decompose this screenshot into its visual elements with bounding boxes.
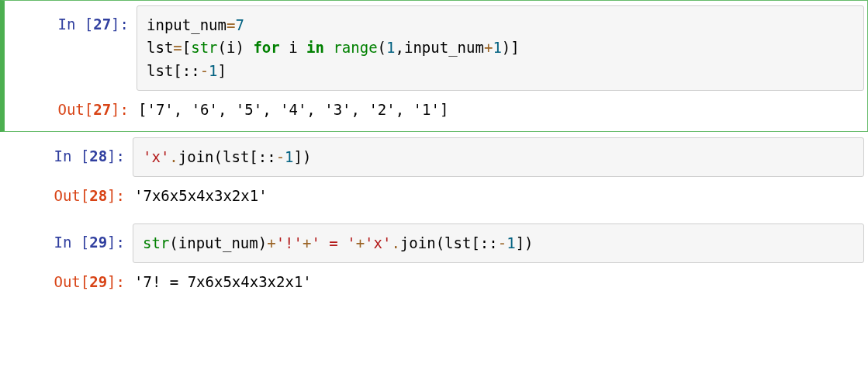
prompt-close: ]: — [107, 147, 125, 165]
output-prompt: Out[27]: — [5, 91, 137, 121]
output-row: Out[29]: '7! = 7x6x5x4x3x2x1' — [1, 263, 867, 298]
prompt-number: 28 — [89, 187, 107, 204]
prompt-close: ]: — [111, 16, 129, 33]
code-content[interactable]: 'x'.join(lst[::-1]) — [143, 146, 854, 168]
code-input[interactable]: input_num=7 lst=[str(i) for i in range(1… — [137, 5, 864, 91]
prompt-number: 29 — [89, 273, 107, 290]
code-input[interactable]: 'x'.join(lst[::-1]) — [133, 137, 864, 177]
prompt-close: ]: — [111, 101, 129, 118]
input-prompt: In [29]: — [1, 223, 133, 254]
input-prompt: In [27]: — [5, 5, 137, 36]
prompt-number: 27 — [93, 101, 111, 118]
output-text: '7! = 7x6x5x4x3x2x1' — [133, 263, 867, 298]
prompt-number: 28 — [89, 147, 107, 165]
output-prompt: Out[29]: — [1, 263, 133, 293]
code-content[interactable]: input_num=7 lst=[str(i) for i in range(1… — [147, 14, 854, 82]
code-input[interactable]: str(input_num)+'!'+' = '+'x'.join(lst[::… — [133, 223, 864, 263]
input-row: In [28]: 'x'.join(lst[::-1]) — [1, 137, 867, 177]
output-row: Out[27]: ['7', '6', '5', '4', '3', '2', … — [5, 91, 867, 126]
prompt-label: In [ — [54, 234, 89, 251]
prompt-close: ]: — [107, 234, 125, 251]
notebook: In [27]: input_num=7 lst=[str(i) for i i… — [0, 0, 868, 304]
prompt-number: 29 — [89, 234, 107, 251]
prompt-label: In [ — [57, 16, 93, 33]
prompt-close: ]: — [107, 187, 125, 204]
prompt-label: Out[ — [54, 187, 89, 204]
output-row: Out[28]: '7x6x5x4x3x2x1' — [1, 177, 867, 212]
code-cell[interactable]: In [29]: str(input_num)+'!'+' = '+'x'.jo… — [0, 218, 868, 304]
prompt-label: Out[ — [57, 101, 93, 118]
output-text: '7x6x5x4x3x2x1' — [133, 177, 867, 212]
output-text: ['7', '6', '5', '4', '3', '2', '1'] — [137, 91, 867, 126]
code-content[interactable]: str(input_num)+'!'+' = '+'x'.join(lst[::… — [143, 232, 854, 255]
input-row: In [29]: str(input_num)+'!'+' = '+'x'.jo… — [1, 223, 867, 263]
prompt-label: Out[ — [54, 273, 89, 290]
input-row: In [27]: input_num=7 lst=[str(i) for i i… — [5, 5, 867, 91]
prompt-number: 27 — [93, 16, 111, 33]
code-cell[interactable]: In [28]: 'x'.join(lst[::-1]) Out[28]: '7… — [0, 132, 868, 218]
input-prompt: In [28]: — [1, 137, 133, 168]
output-prompt: Out[28]: — [1, 177, 133, 207]
prompt-label: In [ — [54, 147, 89, 165]
prompt-close: ]: — [107, 273, 125, 290]
code-cell[interactable]: In [27]: input_num=7 lst=[str(i) for i i… — [0, 0, 868, 132]
